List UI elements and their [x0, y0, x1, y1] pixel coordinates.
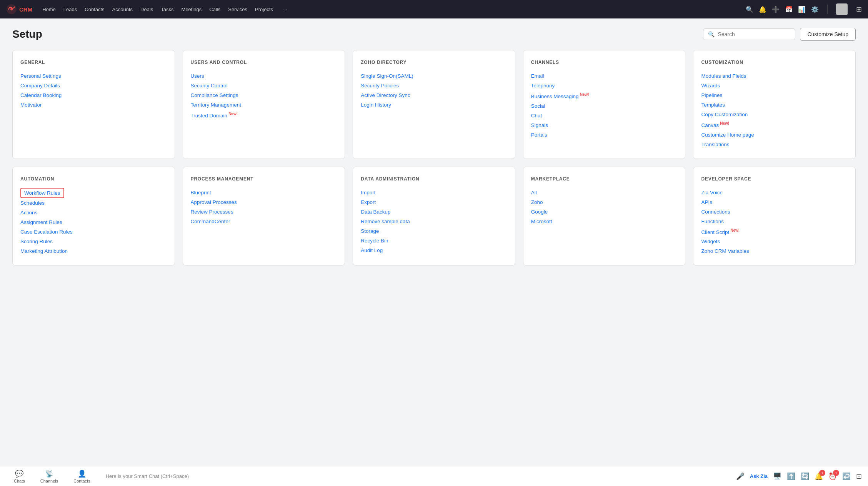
card-item-assignment-rules[interactable]: Assignment Rules	[20, 217, 167, 227]
card-item-storage[interactable]: Storage	[361, 226, 507, 236]
topnav-link-home[interactable]: Home	[38, 4, 60, 15]
card-item-trusted-domain[interactable]: Trusted DomainNew!	[191, 110, 337, 120]
card-item-case-escalation-rules[interactable]: Case Escalation Rules	[20, 227, 167, 237]
add-icon[interactable]: ➕	[772, 6, 780, 13]
card-item-actions[interactable]: Actions	[20, 208, 167, 217]
search-icon: 🔍	[708, 31, 715, 37]
card-title-process-management: PROCESS MANAGEMENT	[191, 176, 337, 182]
card-customization: CUSTOMIZATIONModules and FieldsWizardsPi…	[693, 50, 856, 159]
search-container: 🔍	[703, 28, 795, 40]
topnav-link-projects[interactable]: Projects	[251, 4, 277, 15]
topnav-link-accounts[interactable]: Accounts	[108, 4, 137, 15]
card-item-business-messaging[interactable]: Business MessagingNew!	[531, 90, 678, 101]
card-item-zoho-crm-variables[interactable]: Zoho CRM Variables	[701, 246, 848, 256]
card-item-email[interactable]: Email	[531, 71, 678, 81]
card-item-audit-log[interactable]: Audit Log	[361, 246, 507, 255]
card-item-templates[interactable]: Templates	[701, 100, 848, 110]
topnav-link-deals[interactable]: Deals	[137, 4, 157, 15]
card-item-social[interactable]: Social	[531, 101, 678, 111]
card-item-schedules[interactable]: Schedules	[20, 198, 167, 208]
topnav-link-services[interactable]: Services	[224, 4, 251, 15]
card-automation: AUTOMATIONWorkflow RulesSchedulesActions…	[12, 167, 175, 266]
card-item-territory-management[interactable]: Territory Management	[191, 100, 337, 110]
card-item-pipelines[interactable]: Pipelines	[701, 90, 848, 100]
card-item-personal-settings[interactable]: Personal Settings	[20, 71, 167, 81]
card-item-motivator[interactable]: Motivator	[20, 100, 167, 110]
card-item-scoring-rules[interactable]: Scoring Rules	[20, 237, 167, 246]
card-item-translations[interactable]: Translations	[701, 140, 848, 149]
card-item-chat[interactable]: Chat	[531, 111, 678, 120]
card-item-all[interactable]: All	[531, 188, 678, 197]
search-input[interactable]	[718, 31, 790, 37]
nav-divider	[827, 5, 828, 14]
card-item-marketing-attribution[interactable]: Marketing Attribution	[20, 246, 167, 256]
notifications-icon[interactable]: 🔔	[759, 6, 766, 13]
card-item-export[interactable]: Export	[361, 197, 507, 207]
calendar-icon[interactable]: 📅	[785, 6, 793, 13]
card-channels: CHANNELSEmailTelephonyBusiness Messaging…	[523, 50, 686, 159]
card-item-telephony[interactable]: Telephony	[531, 81, 678, 90]
card-title-users-and-control: USERS AND CONTROL	[191, 60, 337, 65]
search-icon[interactable]: 🔍	[746, 6, 753, 13]
card-item-apis[interactable]: APIs	[701, 197, 848, 207]
card-item-import[interactable]: Import	[361, 188, 507, 197]
main-content: Setup 🔍 Customize Setup GENERALPersonal …	[0, 18, 868, 289]
card-item-single-sign-on(saml)[interactable]: Single Sign-On(SAML)	[361, 71, 507, 81]
card-item-users[interactable]: Users	[191, 71, 337, 81]
card-item-canvas[interactable]: CanvasNew!	[701, 119, 848, 130]
card-item-commandcenter[interactable]: CommandCenter	[191, 217, 337, 226]
card-item-zoho[interactable]: Zoho	[531, 197, 678, 207]
card-item-company-details[interactable]: Company Details	[20, 81, 167, 90]
svg-point-1	[10, 8, 13, 10]
new-badge: New!	[228, 112, 238, 116]
topnav-link-meetings[interactable]: Meetings	[178, 4, 206, 15]
settings-icon[interactable]: ⚙️	[811, 6, 819, 13]
card-item-blueprint[interactable]: Blueprint	[191, 188, 337, 197]
card-item-login-history[interactable]: Login History	[361, 100, 507, 110]
new-badge: New!	[580, 92, 589, 97]
card-item-copy-customization[interactable]: Copy Customization	[701, 110, 848, 119]
card-item-signals[interactable]: Signals	[531, 120, 678, 130]
card-item-remove-sample-data[interactable]: Remove sample data	[361, 217, 507, 226]
more-nav-button[interactable]: ···	[279, 4, 291, 15]
card-item-widgets[interactable]: Widgets	[701, 237, 848, 246]
topnav-link-contacts[interactable]: Contacts	[81, 4, 108, 15]
card-item-data-backup[interactable]: Data Backup	[361, 207, 507, 217]
card-item-client-script[interactable]: Client ScriptNew!	[701, 226, 848, 237]
card-item-modules-and-fields[interactable]: Modules and Fields	[701, 71, 848, 81]
topnav-link-tasks[interactable]: Tasks	[157, 4, 177, 15]
card-item-customize-home-page[interactable]: Customize Home page	[701, 130, 848, 140]
card-item-portals[interactable]: Portals	[531, 130, 678, 140]
card-item-active-directory-sync[interactable]: Active Directory Sync	[361, 90, 507, 100]
topnav-link-calls[interactable]: Calls	[205, 4, 224, 15]
grid-apps-icon[interactable]: ⊞	[856, 5, 862, 13]
card-item-security-policies[interactable]: Security Policies	[361, 81, 507, 90]
card-item-microsoft[interactable]: Microsoft	[531, 217, 678, 226]
card-users-and-control: USERS AND CONTROLUsersSecurity ControlCo…	[183, 50, 345, 159]
user-avatar[interactable]	[836, 3, 848, 15]
card-title-customization: CUSTOMIZATION	[701, 60, 848, 65]
card-data-administration: DATA ADMINISTRATIONImportExportData Back…	[353, 167, 515, 266]
dashboard-icon[interactable]: 📊	[798, 6, 806, 13]
top-navigation: CRM HomeLeadsContactsAccountsDealsTasksM…	[0, 0, 868, 18]
card-item-workflow-rules[interactable]: Workflow Rules	[20, 188, 64, 198]
card-item-calendar-booking[interactable]: Calendar Booking	[20, 90, 167, 100]
topnav-link-leads[interactable]: Leads	[60, 4, 81, 15]
new-badge: New!	[730, 228, 740, 232]
card-item-zia-voice[interactable]: Zia Voice	[701, 188, 848, 197]
card-item-compliance-settings[interactable]: Compliance Settings	[191, 90, 337, 100]
card-item-functions[interactable]: Functions	[701, 217, 848, 226]
page-title: Setup	[12, 28, 42, 40]
card-item-connections[interactable]: Connections	[701, 207, 848, 217]
card-item-approval-processes[interactable]: Approval Processes	[191, 197, 337, 207]
card-developer-space: DEVELOPER SPACEZia VoiceAPIsConnectionsF…	[693, 167, 856, 266]
card-item-security-control[interactable]: Security Control	[191, 81, 337, 90]
card-title-automation: AUTOMATION	[20, 176, 167, 182]
card-title-general: GENERAL	[20, 60, 167, 65]
crm-logo[interactable]: CRM	[6, 4, 32, 15]
card-item-review-processes[interactable]: Review Processes	[191, 207, 337, 217]
card-item-google[interactable]: Google	[531, 207, 678, 217]
card-item-wizards[interactable]: Wizards	[701, 81, 848, 90]
card-item-recycle-bin[interactable]: Recycle Bin	[361, 236, 507, 246]
customize-setup-button[interactable]: Customize Setup	[800, 28, 856, 41]
